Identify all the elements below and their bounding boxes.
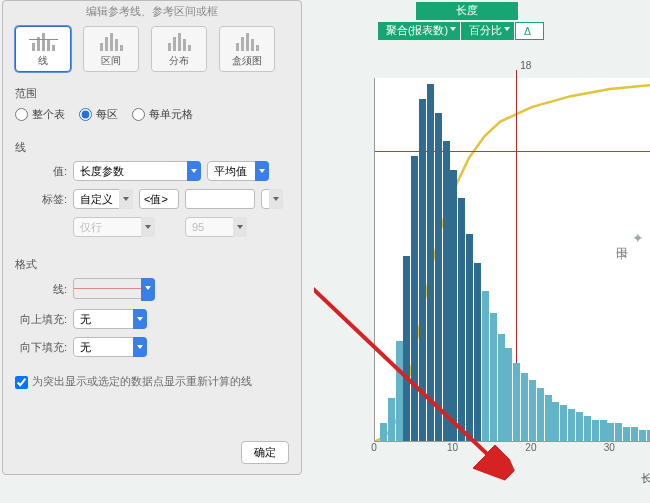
tab-label: 区间 — [101, 54, 121, 68]
scope-heading: 范围 — [15, 86, 289, 101]
ok-button[interactable]: 确定 — [241, 441, 289, 464]
format-heading: 格式 — [15, 257, 289, 272]
tab-distribution[interactable]: 分布 — [151, 26, 207, 72]
line-style-label: 线: — [15, 282, 67, 297]
scope-section: 范围 整个表 每区 每单元格 — [3, 80, 301, 134]
recalc-checkbox-input[interactable] — [15, 376, 28, 389]
svg-line-0 — [314, 176, 504, 470]
tab-label: 线 — [38, 54, 48, 68]
fill-down-label: 向下填充: — [15, 340, 67, 355]
dialog-title: 编辑参考线、参考区间或框 — [3, 1, 301, 22]
line-style-swatch[interactable] — [73, 278, 155, 299]
fill-up-label: 向上填充: — [15, 312, 67, 327]
chart-panel: 聚合(报表数) 百分比 Δ 长度 18 80% 长度 100%90%80%70%… — [314, 0, 650, 503]
tab-label: 盒须图 — [232, 54, 262, 68]
value-agg-select[interactable]: 平均值 — [207, 161, 269, 181]
value-label: 值: — [15, 164, 67, 179]
label-extra-select[interactable] — [261, 189, 283, 209]
dialog-tabs: 线 区间 分布 盒须图 — [3, 22, 301, 80]
recalc-checkbox[interactable]: 为突出显示或选定的数据点显示重新计算的线 — [3, 371, 301, 393]
label-mode-select[interactable]: 自定义 — [73, 189, 133, 209]
scope-entire-table[interactable]: 整个表 — [15, 107, 65, 122]
annotation-arrow — [314, 0, 650, 503]
line-section: 线 值: 长度参数 平均值 标签: 自定义 仅行 95 — [3, 134, 301, 251]
fill-down-select[interactable]: 无 — [73, 337, 147, 357]
reference-line-dialog: 编辑参考线、参考区间或框 线 区间 分布 盒须图 范围 整个表 每区 每单元格 … — [2, 0, 302, 475]
sidebar-pin[interactable]: ✦ 田卡 — [613, 230, 646, 246]
confidence-select: 95 — [185, 217, 247, 237]
scope-per-cell[interactable]: 每单元格 — [132, 107, 193, 122]
label-label: 标签: — [15, 192, 67, 207]
only-line-select: 仅行 — [73, 217, 155, 237]
value-field-select[interactable]: 长度参数 — [73, 161, 201, 181]
label-extra-input[interactable] — [185, 189, 255, 209]
scope-per-pane[interactable]: 每区 — [79, 107, 118, 122]
line-heading: 线 — [15, 140, 289, 155]
tab-boxplot[interactable]: 盒须图 — [219, 26, 275, 72]
format-section: 格式 线: 向上填充: 无 向下填充: 无 — [3, 251, 301, 371]
pin-icon: ✦ — [630, 230, 646, 246]
label-template-input[interactable] — [139, 189, 179, 209]
fill-up-select[interactable]: 无 — [73, 309, 147, 329]
tab-line[interactable]: 线 — [15, 26, 71, 72]
tab-label: 分布 — [169, 54, 189, 68]
tab-band[interactable]: 区间 — [83, 26, 139, 72]
